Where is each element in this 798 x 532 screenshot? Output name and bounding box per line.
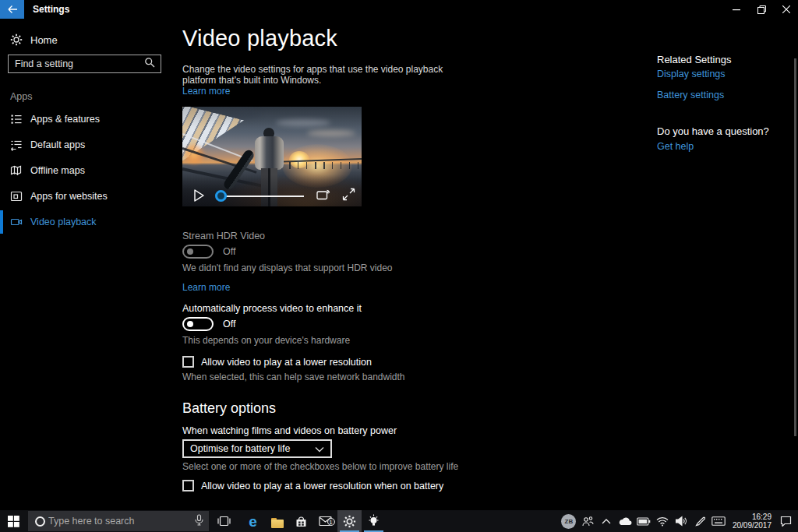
sidebar-home-label: Home xyxy=(30,34,58,46)
settings-search-box[interactable] xyxy=(8,55,161,73)
default-apps-icon xyxy=(10,139,23,151)
sidebar-item-default-apps[interactable]: Default apps xyxy=(0,133,170,157)
taskbar-mail[interactable]: 1 xyxy=(313,510,337,532)
avatar-initials: ZB xyxy=(561,514,576,529)
taskbar-file-explorer[interactable] xyxy=(265,510,289,532)
action-center-button[interactable] xyxy=(776,510,795,532)
description-line-2: platform that's built into Windows. xyxy=(182,76,443,86)
auto-process-note: This depends on your device's hardware xyxy=(182,335,350,346)
settings-search-input[interactable] xyxy=(9,58,143,69)
onedrive-icon[interactable] xyxy=(616,510,634,532)
minimize-button[interactable] xyxy=(723,0,750,19)
sidebar-item-apps-features[interactable]: Apps & features xyxy=(0,107,170,131)
apps-for-websites-icon xyxy=(10,190,23,203)
home-gear-icon xyxy=(10,33,23,46)
close-icon xyxy=(782,5,790,13)
cortana-icon[interactable] xyxy=(35,516,45,527)
titlebar: Settings xyxy=(0,0,798,19)
description-line-1: Change the video settings for apps that … xyxy=(182,65,443,76)
clock-date: 20/09/2017 xyxy=(733,521,772,530)
people-icon[interactable] xyxy=(578,510,597,532)
learn-more-link[interactable]: Learn more xyxy=(182,86,230,97)
sidebar-item-label: Video playback xyxy=(30,217,97,227)
question-heading: Do you have a question? xyxy=(657,125,769,137)
minimize-icon xyxy=(733,5,740,13)
hdr-note: We didn't find any displays that support… xyxy=(182,262,393,273)
mail-badge: 1 xyxy=(327,518,335,526)
windows-ink-pen-icon[interactable] xyxy=(690,510,709,532)
search-icon[interactable] xyxy=(143,56,157,72)
battery-note: Select one or more of the checkboxes bel… xyxy=(182,461,458,472)
sidebar-item-label: Apps & features xyxy=(30,114,100,125)
battery-lower-res-checkbox xyxy=(182,480,194,491)
auto-process-toggle[interactable] xyxy=(182,317,214,331)
start-button[interactable] xyxy=(0,510,26,532)
sidebar-item-offline-maps[interactable]: Offline maps xyxy=(0,159,170,182)
taskbar-tips[interactable] xyxy=(362,510,386,532)
settings-window: Settings xyxy=(0,0,798,532)
taskbar-clock[interactable]: 16:29 20/09/2017 xyxy=(728,513,776,530)
battery-options-heading: Battery options xyxy=(182,400,276,417)
action-center-icon xyxy=(780,516,792,527)
microphone-icon[interactable] xyxy=(195,514,209,529)
sidebar-section-apps: Apps xyxy=(10,91,33,102)
store-icon xyxy=(295,515,308,528)
edge-icon: e xyxy=(249,514,257,529)
clock-time: 16:29 xyxy=(733,513,772,521)
page-description: Change the video settings for apps that … xyxy=(182,65,443,86)
taskbar-settings[interactable] xyxy=(337,510,362,532)
page-title: Video playback xyxy=(182,26,337,51)
settings-gear-icon xyxy=(343,515,356,528)
sidebar-item-label: Apps for websites xyxy=(30,191,108,202)
sidebar-item-apps-websites[interactable]: Apps for websites xyxy=(0,185,170,208)
taskbar-edge[interactable]: e xyxy=(241,510,265,532)
stream-hdr-state: Off xyxy=(223,246,235,257)
taskbar-store[interactable] xyxy=(289,510,313,532)
user-avatar[interactable]: ZB xyxy=(560,510,578,532)
back-button[interactable] xyxy=(0,0,24,19)
mail-icon: 1 xyxy=(319,516,333,527)
restore-button[interactable] xyxy=(748,0,775,19)
lower-res-checkbox-row[interactable]: Allow video to play at a lower resolutio… xyxy=(182,356,372,368)
video-playback-icon xyxy=(10,216,23,228)
auto-process-toggle-row: Off xyxy=(182,317,235,331)
video-art-vignette xyxy=(182,107,362,206)
sidebar-item-video-playback[interactable]: Video playback xyxy=(0,210,170,234)
lower-res-checkbox xyxy=(182,356,194,368)
dropdown-selected-value: Optimise for battery life xyxy=(184,443,315,454)
toggle-knob xyxy=(187,248,193,255)
battery-lower-res-checkbox-label: Allow video to play at a lower resolutio… xyxy=(201,481,443,491)
battery-settings-link[interactable]: Battery settings xyxy=(657,90,724,100)
tray-expand-chevron-icon[interactable] xyxy=(597,510,616,532)
touch-keyboard-icon[interactable] xyxy=(709,510,728,532)
volume-icon[interactable] xyxy=(672,510,690,532)
display-settings-link[interactable]: Display settings xyxy=(657,69,726,79)
close-button[interactable] xyxy=(773,0,798,19)
sidebar-item-label: Offline maps xyxy=(30,165,85,176)
sidebar-item-label: Default apps xyxy=(30,139,85,150)
seek-bar-thumb[interactable] xyxy=(215,190,227,202)
seek-bar-track[interactable] xyxy=(226,196,304,197)
battery-icon[interactable] xyxy=(634,510,653,532)
get-help-link[interactable]: Get help xyxy=(657,141,694,152)
apps-features-icon xyxy=(10,113,23,125)
lower-res-note: When selected, this can help save networ… xyxy=(182,372,405,382)
lower-res-checkbox-label: Allow video to play at a lower resolutio… xyxy=(201,357,372,368)
battery-watch-label: When watching films and videos on batter… xyxy=(182,425,397,436)
battery-optimise-dropdown[interactable]: Optimise for battery life xyxy=(182,439,332,458)
sidebar-item-home[interactable]: Home xyxy=(0,28,170,51)
windows-logo-icon xyxy=(8,516,19,527)
back-arrow-icon xyxy=(7,5,18,14)
battery-lower-res-checkbox-row[interactable]: Allow video to play at a lower resolutio… xyxy=(182,480,443,491)
auto-process-label: Automatically process video to enhance i… xyxy=(182,303,362,314)
wifi-icon[interactable] xyxy=(653,510,672,532)
stream-hdr-toggle[interactable] xyxy=(182,245,214,259)
lightbulb-icon xyxy=(367,514,380,528)
taskbar-search-box[interactable] xyxy=(28,511,209,531)
video-preview[interactable] xyxy=(182,107,362,206)
scrollbar-thumb[interactable] xyxy=(794,58,796,436)
hdr-learn-more-link[interactable]: Learn more xyxy=(182,282,230,293)
taskbar-search-input[interactable] xyxy=(45,516,195,527)
auto-process-state: Off xyxy=(223,319,235,329)
task-view-button[interactable] xyxy=(212,510,236,532)
